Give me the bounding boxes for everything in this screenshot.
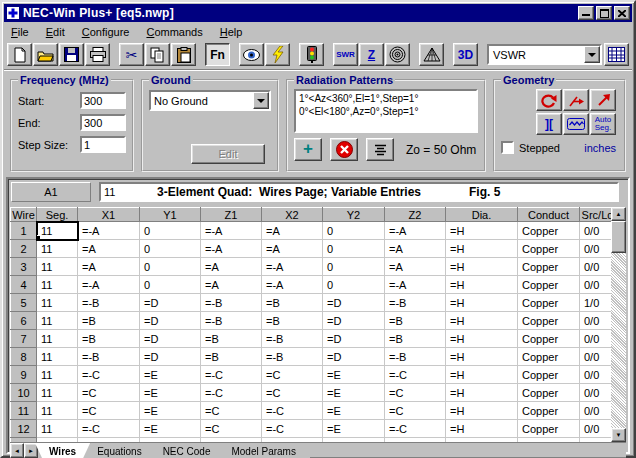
close-button[interactable] <box>614 6 630 20</box>
cell-reference-box[interactable]: A1 <box>11 182 91 202</box>
cell[interactable]: 11 <box>37 348 78 366</box>
ground-select[interactable]: No Ground <box>149 90 271 111</box>
cell[interactable]: =B <box>385 312 446 330</box>
cell[interactable] <box>323 438 385 443</box>
cell[interactable]: =-B <box>262 348 323 366</box>
cell[interactable]: =-C <box>201 384 262 402</box>
cell[interactable]: 11 <box>37 420 78 438</box>
cell[interactable]: =H <box>446 240 518 258</box>
cell[interactable]: =H <box>446 402 518 420</box>
cell[interactable]: =-C <box>385 366 446 384</box>
tab-scroll-left-button[interactable]: ◄ <box>10 443 24 458</box>
maximize-button[interactable] <box>596 6 612 20</box>
paste-button[interactable] <box>171 43 196 66</box>
cell[interactable]: =H <box>446 348 518 366</box>
cell[interactable] <box>518 438 580 443</box>
auto-seg-button[interactable]: Auto Seg. <box>590 113 616 135</box>
cell[interactable]: 0/0 <box>580 258 612 276</box>
cell[interactable]: =A <box>385 240 446 258</box>
cell[interactable]: 0/0 <box>580 312 612 330</box>
sheet-tab-wires[interactable]: Wires <box>35 443 90 458</box>
cell[interactable]: =B <box>201 330 262 348</box>
scrollbar-thumb[interactable] <box>611 221 626 253</box>
menu-edit[interactable]: Edit <box>46 26 65 38</box>
cell[interactable]: =B <box>201 348 262 366</box>
row-header[interactable]: 5 <box>11 294 37 312</box>
menu-file[interactable]: File <box>11 26 29 38</box>
cell[interactable]: =A <box>78 258 140 276</box>
cell[interactable]: =C <box>385 384 446 402</box>
pattern-entry[interactable]: 1°<Az<360°,El=1°,Step=1° <box>299 92 473 105</box>
cell[interactable]: =H <box>446 258 518 276</box>
cell[interactable] <box>140 438 201 443</box>
cell[interactable]: 11 <box>37 402 78 420</box>
row-header[interactable]: 9 <box>11 366 37 384</box>
cell[interactable]: 1/0 <box>580 294 612 312</box>
cell[interactable]: 0 <box>140 240 201 258</box>
cell[interactable]: 11 <box>37 258 78 276</box>
cell[interactable]: =B <box>385 330 446 348</box>
impedance-plot-button[interactable]: Z <box>359 43 384 66</box>
cell[interactable]: =E <box>323 366 385 384</box>
cell[interactable]: 0/0 <box>580 366 612 384</box>
cell[interactable]: =-B <box>78 348 140 366</box>
new-file-button[interactable] <box>7 43 32 66</box>
cell[interactable]: =B <box>262 294 323 312</box>
cell[interactable]: =E <box>140 384 201 402</box>
cell[interactable]: =D <box>323 330 385 348</box>
cell[interactable]: 11 <box>37 330 78 348</box>
cell[interactable]: =-B <box>385 348 446 366</box>
cell[interactable]: 11 <box>37 366 78 384</box>
row-header[interactable]: 1 <box>11 222 37 240</box>
cell[interactable]: =A <box>385 258 446 276</box>
cell[interactable]: Copper <box>518 330 580 348</box>
vertical-scrollbar[interactable]: ▲ ▼ <box>611 207 626 442</box>
cell[interactable]: Copper <box>518 240 580 258</box>
column-header-dia[interactable]: Dia. <box>446 208 518 222</box>
cell[interactable]: =-A <box>385 222 446 240</box>
end-input[interactable] <box>80 114 126 131</box>
cell[interactable]: Copper <box>518 312 580 330</box>
cell[interactable]: 0 <box>323 258 385 276</box>
swr-plot-button[interactable]: SWR <box>333 43 358 66</box>
delete-pattern-button[interactable] <box>330 138 358 161</box>
cell[interactable]: Copper <box>518 258 580 276</box>
polar-pattern-button[interactable] <box>385 43 410 66</box>
stepped-checkbox[interactable] <box>501 141 514 154</box>
row-header[interactable]: 12 <box>11 420 37 438</box>
cell[interactable]: =C <box>262 384 323 402</box>
start-input[interactable] <box>80 92 126 109</box>
cell[interactable]: 0/0 <box>580 384 612 402</box>
cell[interactable]: =H <box>446 294 518 312</box>
cell[interactable]: =H <box>446 420 518 438</box>
column-header-conduct[interactable]: Conduct <box>518 208 580 222</box>
cell[interactable]: =-C <box>262 420 323 438</box>
row-header[interactable]: 3 <box>11 258 37 276</box>
cell[interactable]: =E <box>140 420 201 438</box>
cell[interactable]: 11 <box>37 240 78 258</box>
ground-edit-button[interactable]: Edit <box>191 144 265 164</box>
cell[interactable]: Copper <box>518 348 580 366</box>
cell[interactable]: =C <box>385 402 446 420</box>
column-header-wire[interactable]: Wire <box>11 208 37 222</box>
cell[interactable]: =-A <box>201 240 262 258</box>
cell[interactable]: Copper <box>518 420 580 438</box>
row-header[interactable]: 4 <box>11 276 37 294</box>
app-icon[interactable] <box>6 6 20 20</box>
cell[interactable]: =-B <box>78 294 140 312</box>
title-bar[interactable]: NEC-Win Plus+ [eq5.nwp] <box>4 4 632 22</box>
cell[interactable] <box>201 438 262 443</box>
cell[interactable]: =E <box>323 384 385 402</box>
rotate-wire-button[interactable] <box>536 89 562 111</box>
cell[interactable]: =E <box>323 402 385 420</box>
cell[interactable]: =-C <box>201 366 262 384</box>
stretch-wire-button[interactable] <box>590 89 616 111</box>
join-wires-button[interactable]: ][ <box>536 113 562 135</box>
cell[interactable]: =H <box>446 222 518 240</box>
cell[interactable]: =D <box>140 294 201 312</box>
cell[interactable]: =H <box>446 312 518 330</box>
cell[interactable]: =-B <box>385 294 446 312</box>
column-header-seg[interactable]: Seg. <box>37 208 78 222</box>
cell[interactable]: =-B <box>262 330 323 348</box>
cell[interactable]: =E <box>140 366 201 384</box>
